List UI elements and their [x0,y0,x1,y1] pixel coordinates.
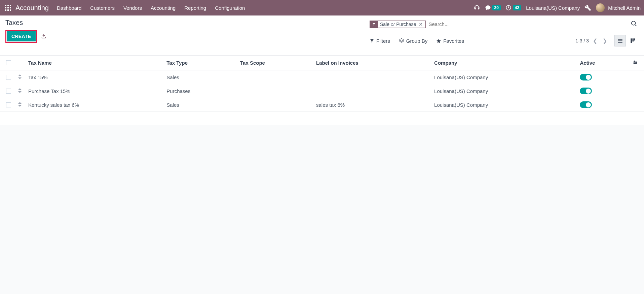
col-tax-name[interactable]: Tax Name [25,56,163,70]
row-checkbox[interactable] [6,89,11,94]
top-navbar: Accounting Dashboard Customers Vendors A… [0,0,644,15]
nav-item-dashboard[interactable]: Dashboard [57,5,81,11]
cell-tax-name: Tax 15% [25,70,163,84]
cell-tax-type: Sales [163,98,237,112]
col-tax-type[interactable]: Tax Type [163,56,237,70]
search-bar: Sale or Purchase ✕ [370,19,639,30]
svg-rect-6 [5,9,6,11]
svg-rect-0 [5,5,6,6]
active-toggle[interactable] [580,101,592,108]
col-label-invoices[interactable]: Label on Invoices [313,56,431,70]
optional-fields-icon[interactable] [633,60,638,66]
nav-menu: Dashboard Customers Vendors Accounting R… [57,5,245,11]
table-row[interactable]: Kentucky sales tax 6% Sales sales tax 6%… [0,98,644,112]
filters-button[interactable]: Filters [370,38,390,44]
svg-marker-29 [18,105,22,107]
user-menu[interactable]: Mitchell Admin [596,3,641,12]
pager-text[interactable]: 1-3 / 3 [575,38,589,43]
kanban-view-button[interactable] [627,35,639,46]
nav-item-customers[interactable]: Customers [90,5,115,11]
row-checkbox[interactable] [6,102,11,107]
cell-company: Louisana(US) Company [431,84,576,98]
svg-rect-14 [618,42,622,43]
drag-handle-icon[interactable] [18,75,22,80]
support-icon[interactable] [473,4,480,11]
search-options: Filters Group By Favorites [370,38,464,44]
cell-tax-type: Sales [163,70,237,84]
col-company[interactable]: Company [431,56,576,70]
favorites-button[interactable]: Favorites [436,38,464,44]
activities-badge: 42 [513,5,521,10]
pager-prev[interactable]: ❮ [592,37,599,45]
svg-rect-3 [5,7,6,8]
control-panel: Taxes CREATE Sale or Purchase [0,15,644,56]
table-header-row: Tax Name Tax Type Tax Scope Label on Inv… [0,56,644,70]
list-view-button[interactable] [614,35,626,46]
cell-label-invoices: sales tax 6% [313,98,431,112]
pager-next[interactable]: ❯ [601,37,608,45]
avatar [596,3,605,12]
messages-badge: 30 [492,5,501,10]
topnav-right: 30 42 Louisana(US) Company Mitchell Admi… [473,3,641,12]
search-facet: Sale or Purchase ✕ [370,21,426,28]
svg-point-10 [632,21,636,25]
svg-rect-13 [618,40,622,41]
facet-remove[interactable]: ✕ [418,21,425,28]
svg-line-11 [635,25,636,26]
table-row[interactable]: Purchase Tax 15% Purchases Louisana(US) … [0,84,644,98]
cell-tax-name: Kentucky sales tax 6% [25,98,163,112]
svg-marker-25 [18,77,22,79]
row-checkbox[interactable] [6,75,11,80]
svg-point-23 [634,63,635,64]
col-tax-scope[interactable]: Tax Scope [237,56,313,70]
select-all-checkbox[interactable] [6,60,11,65]
cell-tax-name: Purchase Tax 15% [25,84,163,98]
svg-rect-8 [10,9,11,11]
table-row[interactable]: Tax 15% Sales Louisana(US) Company [0,70,644,84]
active-toggle[interactable] [580,74,592,80]
svg-marker-28 [18,102,22,104]
svg-rect-1 [7,5,9,6]
cell-label-invoices [313,70,431,84]
nav-item-accounting[interactable]: Accounting [151,5,176,11]
nav-item-reporting[interactable]: Reporting [184,5,206,11]
cell-label-invoices [313,84,431,98]
drag-handle-icon[interactable] [18,89,22,94]
active-toggle[interactable] [580,88,592,94]
debug-icon[interactable] [584,4,591,11]
activities-button[interactable]: 42 [505,5,521,11]
company-switcher[interactable]: Louisana(US) Company [526,5,580,11]
filter-icon [370,21,378,28]
user-name: Mitchell Admin [608,5,641,11]
app-title[interactable]: Accounting [15,4,49,12]
search-icon[interactable] [629,19,639,29]
search-input[interactable] [428,20,629,28]
nav-item-vendors[interactable]: Vendors [123,5,142,11]
view-switcher [614,35,639,46]
tax-table: Tax Name Tax Type Tax Scope Label on Inv… [0,56,644,125]
apps-icon[interactable] [3,3,13,12]
cell-tax-scope [237,70,313,84]
svg-rect-2 [10,5,11,6]
import-icon[interactable] [40,32,48,41]
cell-tax-type: Purchases [163,84,237,98]
nav-item-configuration[interactable]: Configuration [215,5,245,11]
cell-tax-scope [237,84,313,98]
svg-marker-24 [18,74,22,76]
create-button[interactable]: CREATE [7,31,36,41]
svg-rect-12 [618,39,622,40]
svg-rect-16 [633,38,634,41]
cell-tax-scope [237,98,313,112]
facet-text: Sale or Purchase [378,21,418,28]
svg-rect-4 [7,7,9,8]
cell-company: Louisana(US) Company [431,98,576,112]
messages-button[interactable]: 30 [485,5,501,11]
cell-company: Louisana(US) Company [431,70,576,84]
svg-rect-15 [631,38,632,43]
svg-rect-17 [634,38,635,40]
groupby-button[interactable]: Group By [399,38,427,44]
svg-point-19 [634,61,635,62]
drag-handle-icon[interactable] [18,103,22,108]
svg-marker-26 [18,88,22,90]
col-active[interactable]: Active [576,56,629,70]
